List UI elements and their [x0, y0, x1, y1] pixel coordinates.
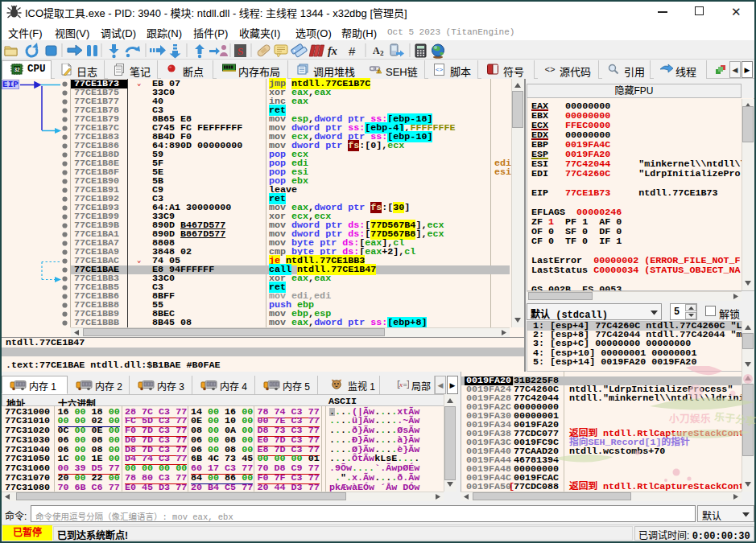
svg-text:#: # — [349, 44, 356, 58]
svg-text:32: 32 — [14, 67, 20, 72]
svg-text:S: S — [238, 45, 243, 57]
svg-text:2: 2 — [380, 49, 384, 57]
svg-text:乐于分享: 乐于分享 — [714, 408, 756, 428]
svg-text:]: ] — [406, 381, 409, 389]
svg-text:x: x — [399, 381, 403, 389]
svg-text:A: A — [373, 45, 380, 56]
svg-text:小刀娱乐: 小刀娱乐 — [668, 410, 711, 426]
svg-text:<>: <> — [436, 66, 444, 73]
svg-text:fx: fx — [328, 45, 337, 57]
svg-text:<>: <> — [544, 65, 555, 74]
